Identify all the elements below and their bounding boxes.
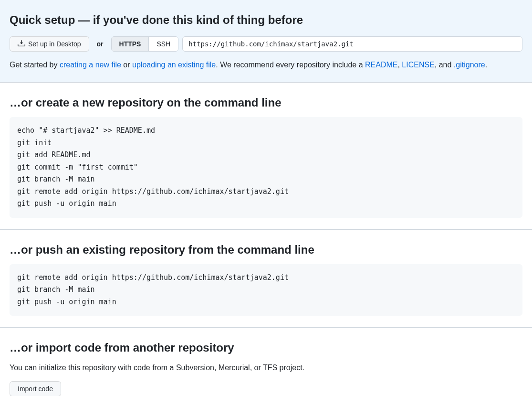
quick-setup-title: Quick setup — if you've done this kind o… bbox=[10, 11, 522, 29]
push-existing-section: …or push an existing repository from the… bbox=[0, 230, 532, 328]
intro-lead: Get started by bbox=[10, 61, 60, 69]
import-code-section: …or import code from another repository … bbox=[0, 328, 532, 396]
create-new-file-link[interactable]: creating a new file bbox=[60, 61, 121, 69]
intro-sep2: , and bbox=[435, 61, 454, 69]
intro-text: Get started by creating a new file or up… bbox=[10, 59, 522, 71]
protocol-toggle: HTTPS SSH bbox=[111, 36, 179, 52]
setup-desktop-button[interactable]: Set up in Desktop bbox=[10, 36, 89, 52]
protocol-https-button[interactable]: HTTPS bbox=[112, 37, 149, 51]
push-existing-heading: …or push an existing repository from the… bbox=[10, 241, 522, 258]
create-repo-section: …or create a new repository on the comma… bbox=[0, 83, 532, 230]
protocol-ssh-button[interactable]: SSH bbox=[148, 37, 178, 51]
clone-url-input[interactable] bbox=[182, 36, 522, 52]
setup-row: Set up in Desktop or HTTPS SSH bbox=[10, 36, 522, 52]
setup-desktop-label: Set up in Desktop bbox=[28, 39, 81, 49]
create-repo-heading: …or create a new repository on the comma… bbox=[10, 94, 522, 111]
import-code-heading: …or import code from another repository bbox=[10, 339, 522, 356]
intro-or: or bbox=[121, 61, 132, 69]
import-code-button[interactable]: Import code bbox=[10, 381, 61, 396]
intro-end: . bbox=[485, 61, 487, 69]
intro-recommend: . We recommend every repository include … bbox=[216, 61, 365, 69]
license-link[interactable]: LICENSE bbox=[402, 61, 434, 69]
push-existing-code[interactable]: git remote add origin https://github.com… bbox=[10, 264, 522, 316]
create-repo-code[interactable]: echo "# startjava2" >> README.md git ini… bbox=[10, 117, 522, 218]
intro-sep1: , bbox=[397, 61, 402, 69]
readme-link[interactable]: README bbox=[365, 61, 397, 69]
quick-setup-panel: Quick setup — if you've done this kind o… bbox=[0, 0, 532, 83]
import-code-text: You can initialize this repository with … bbox=[10, 362, 522, 374]
desktop-icon bbox=[18, 40, 25, 48]
gitignore-link[interactable]: .gitignore bbox=[454, 61, 485, 69]
or-separator: or bbox=[97, 39, 104, 49]
upload-file-link[interactable]: uploading an existing file bbox=[132, 61, 216, 69]
